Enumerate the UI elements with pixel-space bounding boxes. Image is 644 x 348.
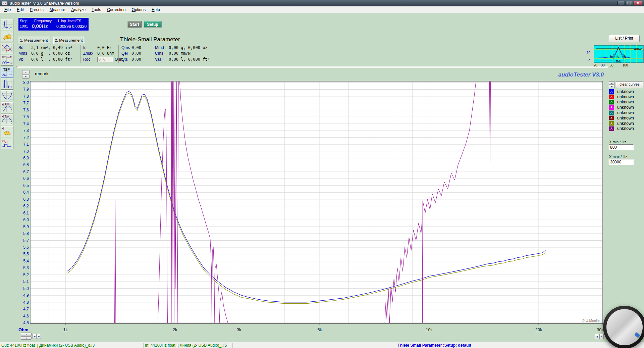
frequency-header: Frequency [34,19,52,23]
legend-spinner: ▲ ▼ [609,81,615,88]
tsp-param-row: Sd3,1 cm², 0,49 in² [18,45,72,51]
tab-measurement-2[interactable]: 2. Measurement [53,37,84,44]
y-tick-label: 8,0 [23,80,29,85]
f2-label: f2 [624,55,627,58]
legend-row-4[interactable]: Aunknown [609,105,634,110]
x-min-input[interactable] [609,144,634,150]
tool-signal-generator[interactable] [1,138,13,149]
y-tick-label: 7,9 [23,87,29,92]
y-spin-up-button[interactable]: ▲ [21,333,32,336]
y-tick-label: 7,3 [23,128,29,133]
minimize-button[interactable] [618,1,625,5]
legend-row-3[interactable]: Aunknown [609,100,634,105]
tool-impedance-omega[interactable]: ω [1,90,13,101]
y-tick-label: 6,3 [23,197,29,202]
y-tick-label: 6,7 [23,169,29,174]
menu-options[interactable]: Options [129,7,149,13]
menu-analyze[interactable]: Analyze [68,7,89,13]
curve-color-icon: A [609,111,614,115]
y-tick-label: 4,9 [23,293,29,298]
status-separator [143,343,144,348]
menu-tools[interactable]: Tools [89,7,104,13]
legend-row-2[interactable]: Aunknown [609,94,634,100]
volume-knob[interactable] [603,306,644,348]
legend-row-6[interactable]: Aunknown [609,115,634,121]
scroll-left-button[interactable]: ◄ [595,334,599,339]
measurement-info-panel: Step Frequency L inp. level/FS 1001 0,00… [18,18,89,31]
tsp-param-label: Qts [121,57,131,62]
tsp-param-row: RdcOhm [83,56,123,62]
y-tick-label: 5,6 [23,245,29,250]
y-spin-down-button[interactable]: ▼ [21,336,32,340]
tool-impedance-spectrum[interactable] [1,19,13,30]
tool-response-bell[interactable] [1,102,13,113]
y-tick-label: 4,5 [23,320,29,325]
maximize-icon [628,2,631,4]
y-tick-label: 7,4 [23,121,29,126]
tsp-param-row: Vb0,0 l , 0,00 ft³ [18,56,72,62]
menu-file[interactable]: File [1,7,14,13]
fs-label: fs [616,55,619,58]
tool-speaker-doc[interactable] [1,126,13,137]
scroll-left-button[interactable]: ◄ [33,334,37,339]
x-max-input[interactable] [609,159,634,165]
app-icon [2,1,8,5]
spinner-up-button[interactable]: ▲ [22,70,30,74]
tool-tsp-selected[interactable]: TSP [1,67,13,78]
legend-spin-up-button[interactable]: ▲ [609,81,615,85]
tsp-param-row: Vas0,00 l, 0,000 ft³ [155,56,210,62]
scroll-right-button[interactable]: ► [599,334,604,339]
close-button[interactable]: ✕ [634,1,642,5]
tsp-param-value: 0,0 l , 0,00 ft³ [31,57,72,62]
menu-presets[interactable]: Presets [27,7,47,13]
frequency-phase-icon [1,43,13,53]
status-separator [224,343,224,348]
menu-help[interactable]: Help [149,7,163,13]
curve-color-icon: A [609,127,614,131]
clear-curves-button[interactable]: clear curves [616,81,643,88]
impedance-chart: 4,54,64,74,84,95,05,15,25,35,45,55,65,75… [0,66,617,338]
curve-color-icon: A [609,89,614,94]
legend-row-1[interactable]: Aunknown [609,89,634,94]
legend-row-7[interactable]: Aunknown [609,121,634,126]
tool-spectrum-lines[interactable] [1,79,13,90]
tool-frequency-phase[interactable] [1,43,13,54]
knob-face [606,309,643,345]
legend-row-5[interactable]: Aunknown [609,110,634,115]
tsp-param-label: Qms [121,45,131,50]
spinner-down-button[interactable]: ▼ [22,74,30,79]
tsp-param-row: Mms0,0 g , 0,00 oz [18,51,72,57]
legend-row-8[interactable]: Aunknown [609,126,634,132]
rdc-label: Rdc [616,59,622,63]
tsp-param-label: Vb [18,57,31,62]
x-tick-label: 20k [535,328,542,332]
start-button[interactable]: Start [127,21,142,28]
y-tick-label: 7,2 [23,135,29,140]
column-divider [152,45,152,63]
maximize-button[interactable] [626,1,633,5]
y-axis-unit: Ohm [18,327,29,332]
x-tick-label: 1k [63,328,68,332]
tab-measurement-1[interactable]: 1. Measurement [18,37,50,44]
scroll-right-button[interactable]: ► [37,334,41,339]
setup-button[interactable]: Setup [144,21,162,28]
level-value: 0,00896 0,00320 [56,24,87,29]
app-watermark: audioTester V3.0 [537,71,604,78]
menu-edit[interactable]: Edit [14,7,27,13]
y-tick-label: 6,8 [23,162,29,167]
y-tick-label: 6,0 [23,217,29,222]
rdc-input[interactable] [97,57,113,62]
y-tick-label: 5,2 [23,272,29,277]
menu-measure[interactable]: Measure [47,7,68,13]
tsp-param-value: 0,00 [131,57,141,62]
y-tick-label: 4,8 [23,300,29,305]
tool-impedance-measure[interactable] [1,55,13,66]
legend-spin-down-button[interactable]: ▼ [609,85,615,88]
list-print-button[interactable]: List / Print [609,35,640,42]
menu-correction[interactable]: Correction [104,7,128,13]
tool-response-rolloff[interactable] [1,114,13,125]
tsp-param-label: Mmd [155,45,169,50]
y-tick-label: 4,6 [23,314,29,318]
tool-waterfall[interactable] [1,31,13,42]
remark-spinner: ▲ ▼ [22,70,30,79]
